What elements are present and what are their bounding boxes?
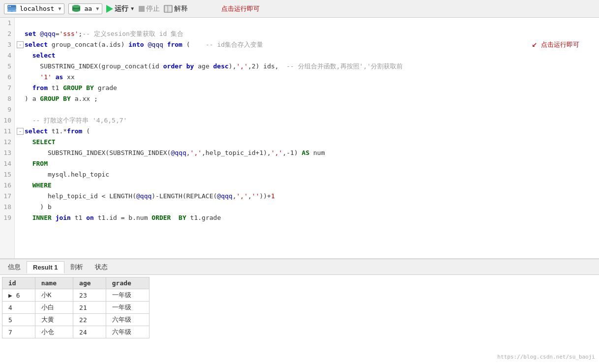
code-line-12: SELECT — [17, 137, 599, 148]
svg-point-9 — [72, 5, 80, 8]
db-dropdown-arrow: ▼ — [96, 6, 99, 11]
tab-profile[interactable]: 剖析 — [64, 261, 89, 273]
tab-status[interactable]: 状态 — [89, 261, 114, 273]
col-age: age — [73, 277, 106, 289]
tip-annotation: 点击运行即可 — [221, 4, 260, 13]
explain-label: 解释 — [174, 4, 188, 13]
col-grade: grade — [106, 277, 149, 289]
host-selector[interactable]: localhost ▼ — [4, 3, 64, 14]
stop-square-icon — [139, 6, 145, 12]
stop-label: 停止 — [146, 4, 160, 13]
svg-rect-11 — [165, 6, 168, 11]
code-line-19: INNER join t1 on t1.id = b.num ORDER BY … — [17, 212, 599, 223]
bottom-tabs: 信息 Result 1 剖析 状态 — [0, 259, 599, 275]
svg-rect-5 — [11, 11, 13, 12]
code-line-1 — [17, 18, 599, 29]
code-line-15: mysql.help_topic — [17, 169, 599, 180]
explain-button[interactable]: 解释 — [164, 4, 188, 13]
table-row: 4 小白 21 一年级 — [2, 302, 150, 314]
col-name: name — [35, 277, 73, 289]
tab-result1[interactable]: Result 1 — [27, 261, 64, 273]
fold-icon-3[interactable]: - — [17, 41, 24, 48]
code-line-14: FROM — [17, 158, 599, 169]
col-id: id — [2, 277, 35, 289]
code-line-8: ) a GROUP BY a.xx ; — [17, 93, 599, 104]
tab-info[interactable]: 信息 — [2, 261, 27, 273]
host-icon — [7, 5, 16, 13]
code-line-16: WHERE — [17, 180, 599, 191]
code-line-7: from t1 GROUP BY grade — [17, 83, 599, 93]
code-line-13: SUBSTRING_INDEX(SUBSTRING_INDEX(@qqq,','… — [17, 148, 599, 158]
code-editor[interactable]: ↙ 点击运行即可 set @qqq='sss' ; -- 定义sesion变量获… — [15, 18, 599, 258]
run-button[interactable]: 运行 ▼ — [106, 4, 135, 13]
code-line-2: set @qqq='sss' ; -- 定义sesion变量获取 id 集合 — [17, 29, 599, 39]
table-header-row: id name age grade — [2, 277, 150, 289]
line-numbers: 1 2 3 4 5 6 7 8 9 10 11 12 13 14 15 16 1… — [0, 18, 15, 258]
fold-icon-11[interactable]: - — [17, 128, 24, 135]
table-row: 7 小仓 24 六年级 — [2, 326, 150, 338]
run-label: 运行 — [115, 4, 128, 13]
row-marker: ▶ — [8, 292, 16, 299]
tip-annotation: ↙ 点击运行即可 — [532, 38, 579, 49]
toolbar: localhost ▼ aa ▼ 运行 ▼ 停止 — [0, 0, 599, 18]
run-triangle-icon — [106, 5, 113, 13]
svg-point-3 — [10, 6, 11, 7]
code-line-10: -- 打散这个字符串 '4,6,5,7' — [17, 115, 599, 126]
table-row: ▶ 6 小K 23 一年级 — [2, 289, 150, 302]
host-dropdown-arrow: ▼ — [58, 6, 61, 11]
code-line-9 — [17, 104, 599, 115]
svg-point-2 — [8, 6, 9, 7]
code-line-4: select — [17, 50, 599, 61]
db-icon — [72, 5, 81, 13]
result-section: id name age grade ▶ 6 小K 23 一年级 4 — [0, 275, 599, 364]
database-label: aa — [84, 5, 92, 12]
database-selector[interactable]: aa ▼ — [68, 3, 102, 14]
explain-icon — [164, 5, 173, 13]
code-line-3: - select group_concat(a.ids) into @qqq f… — [17, 39, 599, 50]
svg-rect-12 — [169, 6, 172, 11]
code-line-5: SUBSTRING_INDEX(group_concat(id order by… — [17, 61, 599, 72]
bottom-content: id name age grade ▶ 6 小K 23 一年级 4 — [0, 275, 599, 364]
code-line-18: ) b — [17, 202, 599, 212]
editor-container: 1 2 3 4 5 6 7 8 9 10 11 12 13 14 15 16 1… — [0, 18, 599, 259]
stop-button[interactable]: 停止 — [139, 4, 160, 13]
host-label: localhost — [20, 5, 54, 12]
table-row: 5 大黄 22 六年级 — [2, 314, 150, 326]
result-table: id name age grade ▶ 6 小K 23 一年级 4 — [2, 277, 150, 338]
run-dropdown-arrow: ▼ — [130, 6, 135, 11]
bottom-panel: 信息 Result 1 剖析 状态 id name age grade ▶ 6 — [0, 259, 599, 364]
watermark: https://blog.csdn.net/su_baoji — [497, 354, 595, 360]
code-line-11: - select t1.* from ( — [17, 126, 599, 137]
code-line-17: help_topic_id < LENGTH(@qqq)-LENGTH(REPL… — [17, 191, 599, 202]
code-line-6: '1' as xx — [17, 72, 599, 83]
svg-point-8 — [72, 9, 80, 12]
